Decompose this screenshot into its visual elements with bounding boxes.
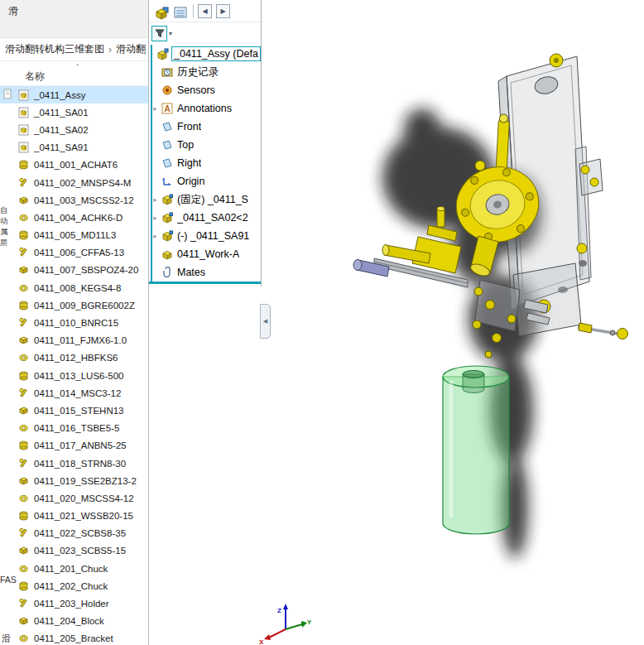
file-row[interactable]: 0411_001_ACHAT6 xyxy=(0,156,148,174)
expand-arrow-icon[interactable]: ▸ xyxy=(149,232,161,240)
plane-icon xyxy=(161,139,175,152)
display-pane-icon[interactable] xyxy=(173,5,186,17)
breadcrumb-segment[interactable]: 滑动翻转机构三维套图 xyxy=(5,42,104,56)
expand-arrow-icon[interactable]: ▸ xyxy=(149,195,161,204)
file-row[interactable]: 0411_017_ANBN5-25 xyxy=(0,437,148,455)
part-file-icon xyxy=(18,370,31,382)
file-row[interactable]: 0411_016_TSBE5-5 xyxy=(0,420,148,437)
part-file-icon xyxy=(18,335,31,346)
file-row[interactable]: 0411_203_Holder xyxy=(0,594,148,612)
file-explorer-pane: 滑 滑动翻转机构三维套图 › 滑动翻 ˆ 名称 _0411_Assy_0411_… xyxy=(0,0,149,645)
filter-funnel-icon[interactable] xyxy=(151,26,167,41)
file-row[interactable]: 0411_018_STRN8-30 xyxy=(0,455,148,472)
file-name: 0411_201_Chuck xyxy=(34,564,108,574)
part-file-icon xyxy=(18,493,31,504)
lower-bracket xyxy=(513,263,581,336)
file-row[interactable]: 0411_020_MSCSS4-12 xyxy=(0,489,148,507)
file-row[interactable]: 0411_006_CFFA5-13 xyxy=(0,244,148,262)
tree-item[interactable]: Origin xyxy=(149,172,261,190)
part-file-icon xyxy=(18,229,31,241)
breadcrumb-separator-icon: › xyxy=(108,44,112,55)
filter-dropdown-caret-icon[interactable]: ▾ xyxy=(169,30,172,37)
tree-item[interactable]: 0411_Work-A xyxy=(149,245,261,263)
breadcrumb[interactable]: 滑动翻转机构三维套图 › 滑动翻 xyxy=(0,38,148,61)
file-name: 0411_007_SBSPOZ4-20 xyxy=(34,265,138,275)
file-row[interactable]: 0411_003_MSCSS2-12 xyxy=(0,191,148,209)
tree-root-label[interactable]: _0411_Assy (Defa xyxy=(171,46,261,61)
file-name: 0411_022_SCBS8-35 xyxy=(34,528,126,538)
history-back-button[interactable]: ◀ xyxy=(198,4,212,18)
file-name: _0411_SA02 xyxy=(34,125,89,135)
file-row[interactable]: 0411_012_HBFKS6 xyxy=(0,349,148,367)
file-row[interactable]: _0411_SA02 xyxy=(0,121,148,138)
triad-y-label: Y xyxy=(307,619,312,626)
panel-collapse-tab[interactable]: ◀ xyxy=(260,304,271,339)
tree-item[interactable]: Right xyxy=(149,154,261,172)
mates-icon xyxy=(161,267,175,279)
file-row[interactable]: 0411_015_STEHN13 xyxy=(0,402,148,419)
file-row[interactable]: 0411_205_Bracket xyxy=(0,630,148,645)
file-row[interactable]: 0411_022_SCBS8-35 xyxy=(0,525,148,542)
file-row[interactable]: 0411_008_KEGS4-8 xyxy=(0,279,148,296)
file-row[interactable]: 0411_023_SCBS5-15 xyxy=(0,542,148,560)
toolbar-separator xyxy=(193,4,194,17)
file-row[interactable]: 0411_007_SBSPOZ4-20 xyxy=(0,262,148,279)
file-row[interactable]: 0411_201_Chuck xyxy=(0,560,148,577)
part-file-icon xyxy=(18,264,31,276)
tree-item-label: Top xyxy=(177,139,194,151)
annotations-icon: A xyxy=(161,103,175,115)
file-row[interactable]: _0411_SA91 xyxy=(0,139,148,156)
file-row[interactable]: 0411_014_MSC3-12 xyxy=(0,384,148,402)
tree-item[interactable]: Top xyxy=(149,136,261,154)
assembly-root-icon xyxy=(156,48,169,60)
part-file-icon xyxy=(18,405,31,416)
background-window-fragment: 滑 xyxy=(2,633,11,645)
file-row[interactable]: 0411_004_ACHK6-D xyxy=(0,209,148,226)
tree-item[interactable]: Sensors xyxy=(149,81,261,99)
rollback-bar[interactable] xyxy=(149,282,261,284)
file-row[interactable]: _0411_SA01 xyxy=(0,103,148,121)
part-file-icon xyxy=(18,510,31,522)
tree-item[interactable]: ▸(-) _0411_SA91 xyxy=(149,227,261,245)
tree-item[interactable]: Mates xyxy=(149,263,261,282)
tree-item[interactable]: Front xyxy=(149,118,261,136)
file-row[interactable]: 0411_011_FJMX6-1.0 xyxy=(0,332,148,349)
breadcrumb-segment[interactable]: 滑动翻 xyxy=(116,42,146,56)
tree-root-item[interactable]: _0411_Assy (Defa xyxy=(156,45,261,63)
column-header-name[interactable]: 名称 xyxy=(25,70,45,84)
featuremanager-tab-icon[interactable] xyxy=(153,5,166,17)
part-file-icon xyxy=(18,212,31,224)
file-row[interactable]: 0411_010_BNRC15 xyxy=(0,314,148,331)
part-file-icon xyxy=(18,352,31,363)
part-file-icon xyxy=(18,247,31,258)
top-right-fitting xyxy=(550,54,563,67)
file-row[interactable]: _0411_Assy xyxy=(0,86,148,103)
tree-item[interactable]: ▸_0411_SA02<2 xyxy=(149,209,261,227)
tree-item[interactable]: 历史记录 xyxy=(149,63,261,81)
file-row[interactable]: 0411_002_MNSPS4-M xyxy=(0,174,148,191)
file-name: 0411_017_ANBN5-25 xyxy=(34,440,127,450)
part-file-icon xyxy=(18,195,31,206)
file-name: 0411_009_BGRE6002Z xyxy=(34,301,135,310)
part-file-icon xyxy=(18,317,31,329)
origin-icon xyxy=(161,176,175,188)
file-name: 0411_021_WSSB20-15 xyxy=(34,511,133,521)
file-row[interactable]: 0411_019_SSE2BZ13-2 xyxy=(0,472,148,489)
expand-arrow-icon[interactable]: ▸ xyxy=(149,104,161,113)
file-row[interactable]: 0411_013_LUS6-500 xyxy=(0,367,148,384)
file-row[interactable]: 0411_021_WSSB20-15 xyxy=(0,508,148,525)
tree-item[interactable]: ▸AAnnotations xyxy=(149,99,261,118)
svg-text:A: A xyxy=(164,104,170,113)
expand-arrow-icon[interactable]: ▸ xyxy=(149,214,161,222)
file-row[interactable]: 0411_202_Chuck xyxy=(0,577,148,594)
tree-item[interactable]: ▸(固定) _0411_S xyxy=(149,190,261,209)
featuremanager-toolbar: ◀ ▶ xyxy=(149,0,261,22)
file-row[interactable]: 0411_009_BGRE6002Z xyxy=(0,296,148,314)
file-name: 0411_019_SSE2BZ13-2 xyxy=(34,476,137,486)
history-forward-button[interactable]: ▶ xyxy=(216,4,230,18)
file-row[interactable]: 0411_005_MD11L3 xyxy=(0,227,148,244)
file-name: 0411_202_Chuck xyxy=(34,581,108,591)
plane-icon xyxy=(161,157,175,170)
file-row[interactable]: 0411_204_Block xyxy=(0,613,148,630)
part-file-icon xyxy=(18,598,31,609)
